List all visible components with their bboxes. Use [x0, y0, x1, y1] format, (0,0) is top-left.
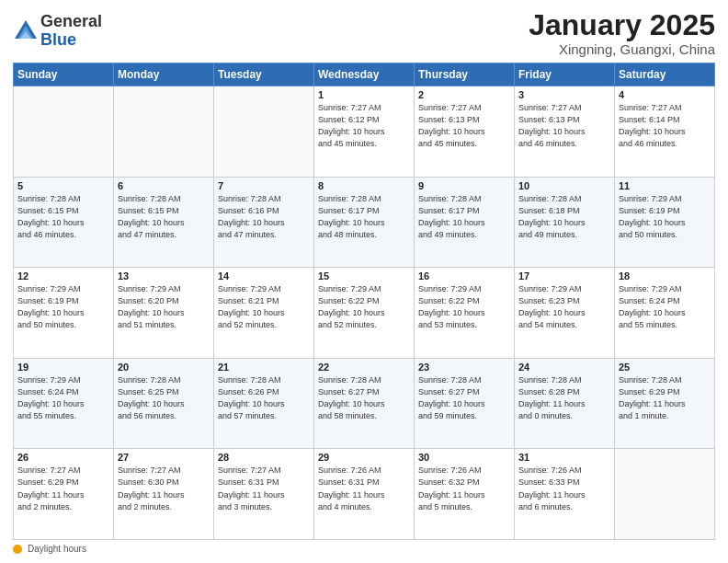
day-info: Sunrise: 7:29 AM Sunset: 6:21 PM Dayligh… [218, 283, 310, 331]
day-info: Sunrise: 7:28 AM Sunset: 6:15 PM Dayligh… [17, 193, 109, 241]
calendar-cell: 20Sunrise: 7:28 AM Sunset: 6:25 PM Dayli… [114, 358, 214, 449]
day-number: 8 [318, 180, 410, 191]
calendar-header-row: SundayMondayTuesdayWednesdayThursdayFrid… [14, 63, 715, 86]
col-header-friday: Friday [515, 63, 615, 86]
day-info: Sunrise: 7:27 AM Sunset: 6:13 PM Dayligh… [418, 102, 510, 150]
calendar-cell: 9Sunrise: 7:28 AM Sunset: 6:17 PM Daylig… [415, 177, 515, 268]
day-number: 10 [518, 180, 610, 191]
day-info: Sunrise: 7:28 AM Sunset: 6:29 PM Dayligh… [619, 374, 711, 422]
day-info: Sunrise: 7:26 AM Sunset: 6:33 PM Dayligh… [518, 465, 610, 512]
day-number: 19 [17, 362, 109, 373]
calendar-week-row: 5Sunrise: 7:28 AM Sunset: 6:15 PM Daylig… [14, 177, 715, 268]
col-header-saturday: Saturday [615, 63, 715, 86]
calendar-cell: 27Sunrise: 7:27 AM Sunset: 6:30 PM Dayli… [114, 449, 214, 540]
month-title: January 2025 [529, 9, 715, 41]
header: General Blue January 2025 Xingning, Guan… [13, 9, 715, 57]
day-number: 23 [418, 362, 510, 373]
calendar-cell: 31Sunrise: 7:26 AM Sunset: 6:33 PM Dayli… [515, 449, 615, 540]
day-number: 28 [218, 452, 310, 463]
calendar-cell: 22Sunrise: 7:28 AM Sunset: 6:27 PM Dayli… [314, 358, 415, 449]
day-info: Sunrise: 7:28 AM Sunset: 6:26 PM Dayligh… [218, 374, 310, 422]
calendar-cell: 15Sunrise: 7:29 AM Sunset: 6:22 PM Dayli… [314, 268, 415, 359]
calendar-week-row: 26Sunrise: 7:27 AM Sunset: 6:29 PM Dayli… [14, 449, 715, 540]
day-number: 11 [619, 180, 711, 191]
calendar-week-row: 19Sunrise: 7:29 AM Sunset: 6:24 PM Dayli… [14, 358, 715, 449]
logo-icon [13, 18, 39, 44]
calendar-cell: 18Sunrise: 7:29 AM Sunset: 6:24 PM Dayli… [615, 268, 715, 359]
day-info: Sunrise: 7:29 AM Sunset: 6:22 PM Dayligh… [318, 283, 410, 331]
page: General Blue January 2025 Xingning, Guan… [0, 0, 728, 563]
calendar-cell: 3Sunrise: 7:27 AM Sunset: 6:13 PM Daylig… [515, 86, 615, 178]
calendar-table: SundayMondayTuesdayWednesdayThursdayFrid… [13, 63, 715, 540]
day-number: 30 [418, 452, 510, 463]
location: Xingning, Guangxi, China [529, 41, 715, 57]
day-number: 6 [118, 180, 210, 191]
footer: Daylight hours [13, 544, 715, 554]
day-info: Sunrise: 7:26 AM Sunset: 6:31 PM Dayligh… [318, 465, 410, 512]
day-number: 29 [318, 452, 410, 463]
day-info: Sunrise: 7:28 AM Sunset: 6:18 PM Dayligh… [518, 193, 610, 241]
day-number: 22 [318, 362, 410, 373]
calendar-cell: 6Sunrise: 7:28 AM Sunset: 6:15 PM Daylig… [114, 177, 214, 268]
day-info: Sunrise: 7:28 AM Sunset: 6:17 PM Dayligh… [418, 193, 510, 241]
day-number: 18 [619, 270, 711, 282]
calendar-cell: 2Sunrise: 7:27 AM Sunset: 6:13 PM Daylig… [415, 86, 515, 178]
day-info: Sunrise: 7:27 AM Sunset: 6:29 PM Dayligh… [17, 465, 109, 512]
day-info: Sunrise: 7:29 AM Sunset: 6:24 PM Dayligh… [17, 374, 109, 422]
daylight-dot [13, 545, 22, 554]
calendar-cell: 19Sunrise: 7:29 AM Sunset: 6:24 PM Dayli… [14, 358, 114, 449]
col-header-monday: Monday [114, 63, 214, 86]
day-number: 17 [518, 270, 610, 282]
calendar-cell: 17Sunrise: 7:29 AM Sunset: 6:23 PM Dayli… [515, 268, 615, 359]
calendar-cell: 8Sunrise: 7:28 AM Sunset: 6:17 PM Daylig… [314, 177, 415, 268]
calendar-cell: 26Sunrise: 7:27 AM Sunset: 6:29 PM Dayli… [14, 449, 114, 540]
day-info: Sunrise: 7:29 AM Sunset: 6:24 PM Dayligh… [619, 283, 711, 331]
day-number: 4 [619, 89, 711, 100]
day-info: Sunrise: 7:28 AM Sunset: 6:15 PM Dayligh… [118, 193, 210, 241]
day-info: Sunrise: 7:28 AM Sunset: 6:17 PM Dayligh… [318, 193, 410, 241]
calendar-cell: 11Sunrise: 7:29 AM Sunset: 6:19 PM Dayli… [615, 177, 715, 268]
logo-blue-text: Blue [40, 31, 102, 50]
day-number: 14 [218, 270, 310, 282]
calendar-cell: 4Sunrise: 7:27 AM Sunset: 6:14 PM Daylig… [615, 86, 715, 178]
day-number: 2 [418, 89, 510, 100]
logo-text: General Blue [40, 13, 102, 50]
day-info: Sunrise: 7:29 AM Sunset: 6:22 PM Dayligh… [418, 283, 510, 331]
day-info: Sunrise: 7:28 AM Sunset: 6:16 PM Dayligh… [218, 193, 310, 241]
day-number: 5 [17, 180, 109, 191]
calendar-cell: 5Sunrise: 7:28 AM Sunset: 6:15 PM Daylig… [14, 177, 114, 268]
logo-general-text: General [40, 13, 102, 31]
calendar-cell: 21Sunrise: 7:28 AM Sunset: 6:26 PM Dayli… [214, 358, 314, 449]
day-number: 26 [17, 452, 109, 463]
day-number: 21 [218, 362, 310, 373]
logo: General Blue [13, 13, 102, 50]
calendar-week-row: 12Sunrise: 7:29 AM Sunset: 6:19 PM Dayli… [14, 268, 715, 359]
calendar-cell: 24Sunrise: 7:28 AM Sunset: 6:28 PM Dayli… [515, 358, 615, 449]
day-info: Sunrise: 7:27 AM Sunset: 6:14 PM Dayligh… [619, 102, 711, 150]
calendar-week-row: 1Sunrise: 7:27 AM Sunset: 6:12 PM Daylig… [14, 86, 715, 178]
col-header-sunday: Sunday [14, 63, 114, 86]
day-info: Sunrise: 7:27 AM Sunset: 6:13 PM Dayligh… [518, 102, 610, 150]
col-header-thursday: Thursday [415, 63, 515, 86]
day-info: Sunrise: 7:27 AM Sunset: 6:30 PM Dayligh… [118, 465, 210, 512]
day-number: 9 [418, 180, 510, 191]
calendar-cell: 1Sunrise: 7:27 AM Sunset: 6:12 PM Daylig… [314, 86, 415, 178]
calendar-cell: 10Sunrise: 7:28 AM Sunset: 6:18 PM Dayli… [515, 177, 615, 268]
day-info: Sunrise: 7:28 AM Sunset: 6:27 PM Dayligh… [318, 374, 410, 422]
calendar-cell: 30Sunrise: 7:26 AM Sunset: 6:32 PM Dayli… [415, 449, 515, 540]
day-number: 13 [118, 270, 210, 282]
day-number: 16 [418, 270, 510, 282]
day-info: Sunrise: 7:29 AM Sunset: 6:20 PM Dayligh… [118, 283, 210, 331]
title-block: January 2025 Xingning, Guangxi, China [529, 9, 715, 57]
col-header-wednesday: Wednesday [314, 63, 415, 86]
calendar-cell: 13Sunrise: 7:29 AM Sunset: 6:20 PM Dayli… [114, 268, 214, 359]
day-number: 12 [17, 270, 109, 282]
calendar-cell: 12Sunrise: 7:29 AM Sunset: 6:19 PM Dayli… [14, 268, 114, 359]
day-number: 20 [118, 362, 210, 373]
day-info: Sunrise: 7:26 AM Sunset: 6:32 PM Dayligh… [418, 465, 510, 512]
daylight-label: Daylight hours [28, 544, 86, 554]
calendar-cell: 23Sunrise: 7:28 AM Sunset: 6:27 PM Dayli… [415, 358, 515, 449]
calendar-cell [114, 86, 214, 178]
calendar-cell: 29Sunrise: 7:26 AM Sunset: 6:31 PM Dayli… [314, 449, 415, 540]
day-number: 24 [518, 362, 610, 373]
